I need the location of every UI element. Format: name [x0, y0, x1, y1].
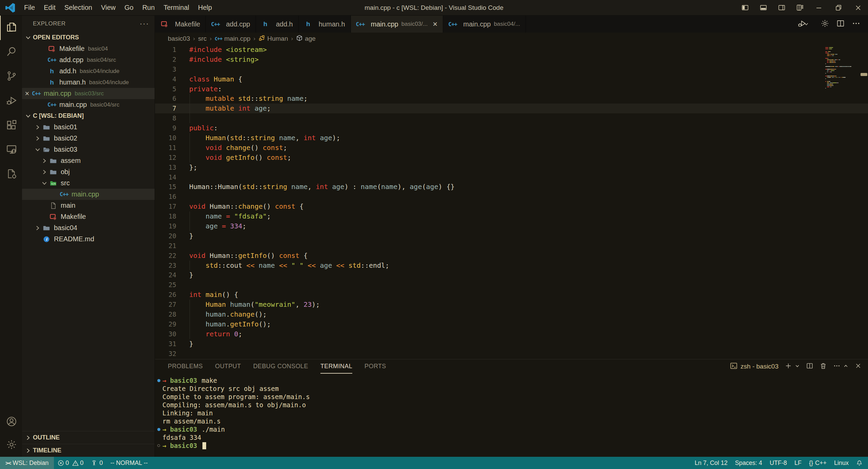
tree-item[interactable]: main	[22, 200, 155, 211]
panel-tab-ports[interactable]: PORTS	[364, 359, 386, 374]
gear-icon[interactable]	[821, 19, 829, 29]
breadcrumb-item[interactable]: src	[198, 35, 206, 42]
tree-item[interactable]: obj	[22, 166, 155, 177]
eol-sequence[interactable]: LF	[791, 457, 805, 469]
activity-item-settings[interactable]	[0, 434, 22, 457]
tree-item[interactable]: iREADME.md	[22, 233, 155, 245]
vscode-window: FileEditSelectionViewGoRunTerminalHelp m…	[0, 0, 868, 469]
line-number: 29	[155, 319, 189, 329]
toggle-primary-sidebar-icon[interactable]	[736, 0, 754, 15]
tree-item[interactable]: Makefile	[22, 211, 155, 222]
more-actions-icon[interactable]: ···	[140, 19, 149, 28]
menu-item-help[interactable]: Help	[194, 4, 216, 12]
breadcrumb-item[interactable]: basic03	[168, 35, 190, 42]
menu-item-file[interactable]: File	[20, 4, 39, 12]
split-terminal-icon[interactable]	[806, 362, 813, 371]
panel-tab-output[interactable]: OUTPUT	[215, 359, 241, 374]
tree-item[interactable]: </>src	[22, 177, 155, 189]
activity-item-run-debug[interactable]	[0, 89, 22, 113]
tab-add.cpp[interactable]: C++add.cpp	[206, 16, 256, 33]
toggle-panel-icon[interactable]	[754, 0, 772, 15]
activity-item-explorer[interactable]	[0, 16, 22, 40]
close-button[interactable]	[848, 0, 868, 15]
os-indicator[interactable]: Linux	[830, 457, 852, 469]
encoding[interactable]: UTF-8	[766, 457, 791, 469]
tree-item[interactable]: C++main.cpp	[22, 189, 155, 200]
minimize-button[interactable]	[809, 0, 829, 15]
remote-icon: ><	[5, 460, 11, 466]
terminal-output-line: Linking: main	[155, 409, 868, 417]
tree-item[interactable]: basic04	[22, 222, 155, 233]
breadcrumb-item[interactable]: C++main.cpp	[215, 35, 250, 42]
ports-status[interactable]: 0	[87, 457, 106, 469]
command-success-dot	[157, 428, 160, 431]
activity-item-source-control[interactable]	[0, 64, 22, 89]
maximize-panel-icon[interactable]	[847, 363, 848, 370]
open-editor-item[interactable]: hhuman.hbasic04/include	[22, 77, 155, 88]
line-number: 28	[155, 309, 189, 319]
panel-tab-problems[interactable]: PROBLEMS	[168, 359, 203, 374]
terminal[interactable]: →basic03makeCreate Directory src obj ass…	[155, 374, 868, 457]
open-editor-item[interactable]: C++main.cppbasic04/src	[22, 99, 155, 110]
indentation[interactable]: Spaces: 4	[731, 457, 766, 469]
menu-item-view[interactable]: View	[97, 4, 120, 12]
tab-Makefile[interactable]: Makefile	[155, 16, 206, 33]
breadcrumb-item[interactable]: Human	[258, 35, 288, 43]
minimap[interactable]	[825, 47, 863, 90]
tab-main.cpp[interactable]: C++main.cppbasic03/...×	[351, 16, 443, 33]
menu-item-selection[interactable]: Selection	[60, 4, 97, 12]
tree-item[interactable]: basic01	[22, 121, 155, 133]
activity-item-remote-explorer[interactable]	[0, 138, 22, 162]
terminal-instance-label[interactable]: zsh - basic03	[730, 362, 778, 372]
menu-item-edit[interactable]: Edit	[39, 4, 60, 12]
panel-tab-terminal[interactable]: TERMINAL	[320, 359, 352, 374]
kill-terminal-icon[interactable]	[820, 362, 827, 371]
close-icon[interactable]: ×	[433, 20, 437, 28]
tab-add.h[interactable]: hadd.h	[256, 16, 299, 33]
workspace-root[interactable]: C [WSL: DEBIAN]	[22, 110, 155, 121]
line-number: 17	[155, 202, 189, 211]
code-line: 4class Human {	[155, 74, 868, 84]
activity-item-search[interactable]	[0, 40, 22, 64]
terminal-dropdown-icon[interactable]	[798, 363, 800, 370]
menu-item-run[interactable]: Run	[138, 4, 159, 12]
split-editor-icon[interactable]	[836, 19, 845, 29]
tree-item[interactable]: basic02	[22, 133, 155, 144]
more-actions-icon[interactable]	[833, 362, 841, 371]
language-mode[interactable]: {} C++	[805, 457, 830, 469]
open-editor-item[interactable]: hadd.hbasic04/include	[22, 65, 155, 77]
cursor-position[interactable]: Ln 7, Col 12	[691, 457, 731, 469]
chevron-down-icon	[808, 21, 814, 27]
activity-item-cpp-tools[interactable]	[0, 162, 22, 187]
indent-guide	[190, 300, 190, 309]
outline-section[interactable]: OUTLINE	[22, 431, 155, 444]
toggle-secondary-sidebar-icon[interactable]	[772, 0, 791, 15]
remote-indicator[interactable]: >< WSL: Debian	[0, 457, 54, 469]
tree-item[interactable]: basic03	[22, 144, 155, 155]
tab-main.cpp[interactable]: C++main.cppbasic04/...	[443, 16, 526, 33]
breadcrumb-item[interactable]: age	[296, 35, 316, 43]
panel-tab-debug-console[interactable]: DEBUG CONSOLE	[253, 359, 308, 374]
tab-human.h[interactable]: hhuman.h	[299, 16, 351, 33]
restore-button[interactable]	[829, 0, 848, 15]
vim-mode[interactable]: -- NORMAL --	[106, 457, 151, 469]
problems-status[interactable]: 0 0	[54, 457, 87, 469]
menu-item-terminal[interactable]: Terminal	[159, 4, 194, 12]
timeline-section[interactable]: TIMELINE	[22, 444, 155, 457]
more-actions-icon[interactable]	[852, 19, 861, 29]
open-editor-item[interactable]: ×C++main.cppbasic03/src	[22, 88, 155, 99]
activity-item-account[interactable]	[0, 411, 22, 434]
notifications-bell[interactable]	[852, 457, 868, 469]
customize-layout-icon[interactable]	[791, 0, 809, 15]
activity-item-extensions[interactable]	[0, 113, 22, 138]
code-editor[interactable]: 1#include <iostream>2#include <string>34…	[155, 45, 868, 359]
open-editors-header[interactable]: OPEN EDITORS	[22, 32, 155, 43]
open-editor-item[interactable]: C++add.cppbasic04/src	[22, 54, 155, 65]
close-icon[interactable]: ×	[22, 89, 32, 98]
close-panel-icon[interactable]	[854, 362, 862, 371]
new-terminal-icon[interactable]	[785, 362, 792, 371]
tree-item[interactable]: assem	[22, 155, 155, 166]
menu-item-go[interactable]: Go	[120, 4, 138, 12]
code-line: 7 mutable int age;	[155, 104, 868, 113]
open-editor-item[interactable]: Makefilebasic04	[22, 43, 155, 54]
